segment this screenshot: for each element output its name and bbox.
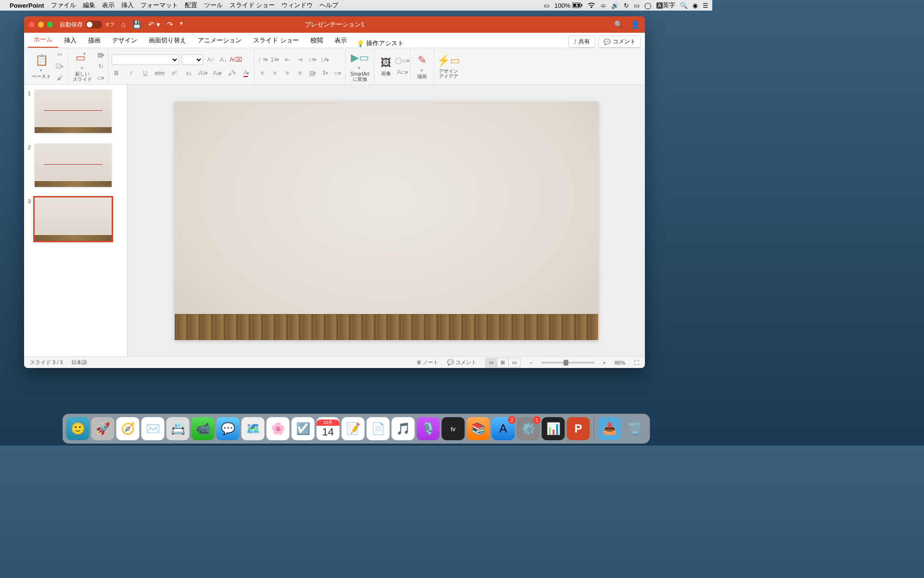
menu-help[interactable]: ヘルプ bbox=[320, 1, 338, 10]
share-button[interactable]: ⤴ 共有 bbox=[568, 36, 595, 48]
fit-to-window-button[interactable]: ⛶ bbox=[634, 360, 639, 366]
calendar-icon[interactable]: 10月14 bbox=[317, 417, 340, 440]
user-icon[interactable]: ◯ bbox=[644, 2, 652, 9]
slide-thumbnail[interactable]: 3 bbox=[28, 197, 123, 241]
activitymonitor-icon[interactable]: 📊 bbox=[542, 417, 565, 440]
cut-icon[interactable]: ✂ bbox=[55, 50, 64, 60]
downloads-icon[interactable]: 📥 bbox=[598, 417, 621, 440]
slide-counter[interactable]: スライド 3 / 3 bbox=[30, 359, 63, 366]
search-icon[interactable]: 🔍 bbox=[614, 20, 623, 29]
tv-icon[interactable]: tv bbox=[442, 417, 465, 440]
italic-icon[interactable]: I bbox=[126, 68, 136, 78]
safari-icon[interactable]: 🧭 bbox=[116, 417, 140, 440]
tell-me-button[interactable]: 💡 操作アシスト bbox=[357, 39, 404, 48]
numbering-icon[interactable]: 1≡▾ bbox=[270, 55, 280, 65]
bluetooth-icon[interactable]: ⌯ bbox=[600, 2, 606, 9]
textbox-icon[interactable]: A▭▾ bbox=[398, 67, 407, 77]
underline-icon[interactable]: U bbox=[141, 68, 150, 78]
home-button[interactable]: ⌂ bbox=[121, 20, 126, 29]
siri-icon[interactable]: ◉ bbox=[693, 2, 698, 9]
image-button[interactable]: 🖼 画像 bbox=[377, 55, 395, 77]
account-icon[interactable]: 👤 bbox=[631, 20, 640, 29]
fullscreen-window-button[interactable] bbox=[47, 22, 53, 27]
appstore-icon[interactable]: A bbox=[492, 417, 515, 440]
tab-review[interactable]: 校閲 bbox=[305, 33, 329, 48]
menu-file[interactable]: ファイル bbox=[51, 1, 76, 10]
podcasts-icon[interactable]: 🎙️ bbox=[417, 417, 440, 440]
app-name[interactable]: PowerPoint bbox=[10, 2, 44, 9]
language-status[interactable]: 日本語 bbox=[71, 359, 87, 366]
menu-format[interactable]: フォーマット bbox=[141, 1, 178, 10]
tab-design[interactable]: デザイン bbox=[106, 33, 143, 48]
qat-more[interactable]: ▾ bbox=[180, 20, 183, 29]
close-window-button[interactable] bbox=[29, 22, 35, 27]
drawing-button[interactable]: ✎▾ 描画 bbox=[413, 53, 431, 80]
contacts-icon[interactable]: 📇 bbox=[167, 417, 190, 440]
design-ideas-button[interactable]: ⚡▭ デザイン アイデア bbox=[437, 53, 460, 80]
subscript-icon[interactable]: x₂ bbox=[184, 68, 193, 78]
slide-thumbnail[interactable]: 2 bbox=[28, 144, 123, 187]
change-case-icon[interactable]: Aa▾ bbox=[213, 68, 222, 78]
strike-icon[interactable]: abc bbox=[155, 68, 165, 78]
finder-icon[interactable]: 🙂 bbox=[66, 417, 90, 440]
menu-slideshow[interactable]: スライド ショー bbox=[230, 1, 275, 10]
systempreferences-icon[interactable]: ⚙️ bbox=[517, 417, 540, 440]
shapes-icon[interactable]: ◯▭▾ bbox=[398, 56, 407, 66]
align-left-icon[interactable]: ≡ bbox=[257, 68, 267, 78]
notes-toggle[interactable]: ≣ ノート bbox=[417, 359, 438, 366]
notification-center-icon[interactable]: ☰ bbox=[703, 2, 708, 9]
bold-icon[interactable]: B bbox=[112, 68, 121, 78]
battery-status[interactable]: 100% bbox=[554, 2, 583, 9]
maps-icon[interactable]: 🗺️ bbox=[242, 417, 265, 440]
paste-button[interactable]: 📋▾ ペースト bbox=[30, 53, 53, 80]
bullets-icon[interactable]: ⋮≡▾ bbox=[257, 55, 267, 65]
comments-toggle[interactable]: 💬 コメント bbox=[447, 359, 476, 366]
powerpoint-app-icon[interactable]: P bbox=[567, 417, 590, 440]
save-button[interactable]: 💾 bbox=[132, 20, 141, 29]
tab-transitions[interactable]: 画面切り替え bbox=[143, 33, 192, 48]
menu-view[interactable]: 表示 bbox=[102, 1, 115, 10]
increase-font-icon[interactable]: A↑ bbox=[206, 55, 216, 65]
stocks-icon[interactable]: 📄 bbox=[367, 417, 390, 440]
align-text-icon[interactable]: ⇕▾ bbox=[320, 68, 330, 78]
menu-arrange[interactable]: 配置 bbox=[185, 1, 197, 10]
mail-icon[interactable]: ✉️ bbox=[141, 417, 165, 440]
font-color-icon[interactable]: A▾ bbox=[242, 68, 251, 78]
autosave-toggle[interactable]: 自動保存 オフ bbox=[60, 21, 115, 29]
font-size-select[interactable] bbox=[182, 54, 203, 65]
launchpad-icon[interactable]: 🚀 bbox=[91, 417, 115, 440]
char-spacing-icon[interactable]: AV▾ bbox=[198, 68, 208, 78]
tab-draw[interactable]: 描画 bbox=[82, 33, 106, 48]
overflow-icon[interactable]: ▭▾ bbox=[333, 68, 342, 78]
highlight-icon[interactable]: 🖍▾ bbox=[227, 68, 237, 78]
format-painter-icon[interactable]: 🖌 bbox=[55, 73, 64, 83]
tab-home[interactable]: ホーム bbox=[28, 32, 58, 48]
justify-icon[interactable]: ≡ bbox=[295, 68, 305, 78]
volume-icon[interactable]: 🔊 bbox=[611, 2, 619, 9]
redo-button[interactable]: ↷ bbox=[167, 20, 173, 29]
align-right-icon[interactable]: ≡ bbox=[282, 68, 292, 78]
decrease-font-icon[interactable]: A↓ bbox=[218, 55, 228, 65]
photos-icon[interactable]: 🌸 bbox=[267, 417, 290, 440]
line-spacing-icon[interactable]: ↕≡▾ bbox=[308, 55, 317, 65]
normal-view-button[interactable]: ▭ bbox=[486, 358, 497, 367]
new-slide-button[interactable]: ▭+▾ 新しい スライド bbox=[71, 50, 94, 83]
zoom-level[interactable]: 86% bbox=[615, 360, 625, 366]
reminders-icon[interactable]: ☑️ bbox=[292, 417, 315, 440]
layout-icon[interactable]: ▦ ▾ bbox=[96, 50, 105, 60]
comments-button[interactable]: 💬 コメント bbox=[598, 36, 641, 48]
align-center-icon[interactable]: ≡ bbox=[270, 68, 280, 78]
zoom-out-button[interactable]: − bbox=[529, 360, 532, 366]
tab-slideshow[interactable]: スライド ショー bbox=[247, 33, 305, 48]
minimize-window-button[interactable] bbox=[38, 22, 44, 27]
slide-canvas[interactable] bbox=[175, 102, 598, 340]
indent-icon[interactable]: ⇥ bbox=[295, 55, 305, 65]
undo-button[interactable]: ↶ ▾ bbox=[148, 20, 160, 29]
tab-insert[interactable]: 挿入 bbox=[58, 33, 82, 48]
clear-format-icon[interactable]: A⌫ bbox=[231, 55, 241, 65]
messages-icon[interactable]: 💬 bbox=[217, 417, 240, 440]
wifi-icon[interactable] bbox=[588, 2, 595, 8]
outdent-icon[interactable]: ⇤ bbox=[282, 55, 292, 65]
books-icon[interactable]: 📚 bbox=[467, 417, 490, 440]
sorter-view-button[interactable]: ⊞ bbox=[497, 358, 509, 367]
